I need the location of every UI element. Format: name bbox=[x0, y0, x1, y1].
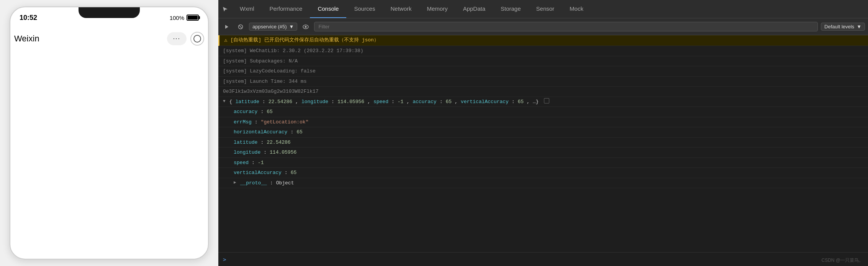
console-prop-accuracy: accuracy : 65 bbox=[218, 107, 868, 117]
tab-console[interactable]: Console bbox=[310, 0, 346, 18]
svg-point-4 bbox=[305, 26, 307, 28]
console-prop-latitude: latitude : 22.54286 bbox=[218, 138, 868, 148]
proto-expand-arrow[interactable]: ▶ bbox=[234, 179, 236, 186]
phone-record-inner bbox=[193, 35, 201, 43]
svg-marker-0 bbox=[225, 25, 228, 29]
svg-line-2 bbox=[239, 25, 242, 28]
console-warning-line: ⚠ [自动热重载] 已开启代码文件保存后自动热重载（不支持 json） bbox=[218, 35, 868, 46]
console-prop-vertical-accuracy: verticalAccuracy : 65 bbox=[218, 168, 868, 178]
phone-panel: 10:52 100% Weixin ··· bbox=[0, 0, 218, 266]
warning-text: [自动热重载] 已开启代码文件保存后自动热重载（不支持 json） bbox=[230, 36, 378, 44]
devtools-panel: Wxml Performance Console Sources Network… bbox=[218, 0, 868, 266]
run-button[interactable] bbox=[221, 21, 232, 32]
eye-button[interactable] bbox=[300, 21, 311, 32]
service-selector[interactable]: appservice (#5) ▼ bbox=[249, 23, 297, 31]
console-system-line-0: [system] WeChatLib: 2.30.2 (2023.2.22 17… bbox=[218, 46, 868, 56]
watermark: CSDN @一只菜鸟。 bbox=[821, 257, 863, 264]
console-prop-errmsg: errMsg : "getLocation:ok" bbox=[218, 117, 868, 128]
levels-label: Default levels bbox=[824, 24, 854, 30]
console-input-row: > bbox=[218, 252, 868, 266]
block-button[interactable] bbox=[235, 21, 246, 32]
service-selector-arrow: ▼ bbox=[289, 24, 294, 30]
console-input[interactable] bbox=[229, 256, 863, 262]
tab-mock[interactable]: Mock bbox=[562, 0, 591, 18]
phone-app-bar: Weixin ··· bbox=[10, 32, 208, 46]
warning-icon: ⚠ bbox=[224, 36, 227, 44]
battery-icon bbox=[187, 15, 199, 21]
console-prop-horizontal-accuracy: horizontalAccuracy : 65 bbox=[218, 127, 868, 138]
console-prop-proto[interactable]: ▶ __proto__ : Object bbox=[218, 178, 868, 189]
phone-actions: ··· bbox=[167, 32, 204, 46]
phone-record-button[interactable] bbox=[190, 32, 204, 46]
console-system-line-4: 0e3Flk1w3xVzm03aGg2w3103W82Flk17 bbox=[218, 87, 868, 97]
battery-percent: 100% bbox=[170, 15, 184, 21]
phone-frame: 10:52 100% Weixin ··· bbox=[10, 7, 209, 259]
tab-sensor[interactable]: Sensor bbox=[529, 0, 562, 18]
phone-app-title: Weixin bbox=[14, 34, 39, 44]
tab-appdata[interactable]: AppData bbox=[455, 0, 493, 18]
tab-sources[interactable]: Sources bbox=[346, 0, 383, 18]
cursor-icon[interactable] bbox=[218, 0, 232, 18]
levels-selector[interactable]: Default levels ▼ bbox=[821, 23, 865, 31]
console-prop-longitude: longitude : 114.05956 bbox=[218, 148, 868, 158]
console-prop-speed: speed : -1 bbox=[218, 158, 868, 168]
console-toolbar: appservice (#5) ▼ Default levels ▼ bbox=[218, 18, 868, 35]
levels-arrow: ▼ bbox=[857, 24, 861, 30]
tab-bar: Wxml Performance Console Sources Network… bbox=[218, 0, 868, 18]
phone-dots-button[interactable]: ··· bbox=[167, 32, 187, 45]
battery-fill bbox=[188, 16, 198, 20]
console-system-line-2: [system] LazyCodeLoading: false bbox=[218, 66, 868, 77]
object-expand-arrow[interactable]: ▼ bbox=[223, 98, 226, 105]
tab-performance[interactable]: Performance bbox=[262, 0, 310, 18]
phone-notch bbox=[79, 7, 140, 18]
console-system-line-1: [system] Subpackages: N/A bbox=[218, 56, 868, 67]
console-object-summary[interactable]: ▼ { latitude: 22.54286, longitude: 114.0… bbox=[218, 97, 868, 107]
console-system-line-3: [system] Launch Time: 344 ms bbox=[218, 77, 868, 87]
console-output: ⚠ [自动热重载] 已开启代码文件保存后自动热重载（不支持 json） [sys… bbox=[218, 35, 868, 252]
phone-battery: 100% bbox=[170, 15, 199, 21]
console-prompt: > bbox=[223, 256, 226, 263]
filter-input[interactable] bbox=[314, 22, 818, 31]
phone-time: 10:52 bbox=[20, 14, 37, 22]
tab-network[interactable]: Network bbox=[383, 0, 419, 18]
service-selector-label: appservice (#5) bbox=[252, 24, 287, 30]
tab-memory[interactable]: Memory bbox=[419, 0, 455, 18]
copy-icon[interactable] bbox=[544, 98, 549, 103]
tab-wxml[interactable]: Wxml bbox=[232, 0, 262, 18]
tab-storage[interactable]: Storage bbox=[493, 0, 529, 18]
